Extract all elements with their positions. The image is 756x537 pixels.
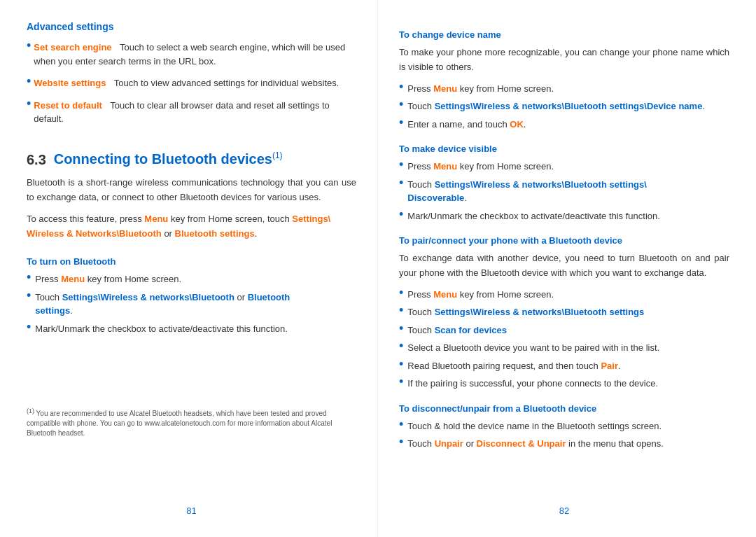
left-column: Advanced settings • Set search engine To… <box>0 0 378 537</box>
right-column: To change device name To make your phone… <box>378 0 756 537</box>
du-bullet-2: • Touch Unpair or Disconnect & Unpair in… <box>399 437 729 451</box>
bt-bullet-text-2: Touch Settings\Wireless & networks\Bluet… <box>35 291 290 318</box>
pc-bullet-5: • Read Bluetooth pairing request, and th… <box>399 359 729 373</box>
chapter-heading: 6.3 Connecting to Bluetooth devices(1) <box>27 151 356 168</box>
pc-bullet-4: • Select a Bluetooth device you want to … <box>399 341 729 355</box>
bluetooth-settings-bold: Bluetooth settings <box>175 228 255 239</box>
dv-bullet-1: • Press Menu key from Home screen. <box>399 160 729 174</box>
change-name-title: To change device name <box>399 29 729 40</box>
bt-bullet-icon-3: • <box>27 321 31 333</box>
du-bullet-icon-2: • <box>399 435 403 448</box>
pc-bullet-icon-3: • <box>399 322 403 335</box>
cn-bullet-text-3: Enter a name, and touch OK. <box>407 118 526 132</box>
pc-bullet-icon-6: • <box>399 375 403 388</box>
cn-bullet-icon-3: • <box>399 116 403 129</box>
bt-bullet-3: • Mark/Unmark the checkbox to activate/d… <box>27 322 356 336</box>
cn-bullet-icon-1: • <box>399 81 403 93</box>
wireless-bold: Wireless & Networks\Bluetooth <box>27 228 162 239</box>
bullet-reset: • <box>27 97 31 110</box>
footnote: (1) You are recommended to use Alcatel B… <box>27 400 356 438</box>
pc-bullet-text-3: Touch Scan for devices <box>407 323 507 337</box>
dv-bullet-icon-3: • <box>399 208 403 221</box>
du-bullet-text-2: Touch Unpair or Disconnect & Unpair in t… <box>407 437 664 451</box>
dv-bullet-2: • Touch Settings\Wireless & networks\Blu… <box>399 178 729 205</box>
bt-bullet-text-1: Press Menu key from Home screen. <box>35 272 181 286</box>
turn-on-bluetooth-title: To turn on Bluetooth <box>27 256 356 267</box>
pc-bullet-icon-4: • <box>399 340 403 352</box>
dv-bullet-text-3: Mark/Unmark the checkbox to activate/dea… <box>407 209 660 223</box>
cn-bullet-icon-2: • <box>399 98 403 111</box>
bullet-search-engine: • <box>27 39 31 52</box>
pc-bullet-6: • If the pairing is successful, your pho… <box>399 377 729 391</box>
dv-bullet-icon-2: • <box>399 176 403 189</box>
cn-bullet-text-1: Press Menu key from Home screen. <box>407 82 554 96</box>
setting-website: • Website settings Touch to view advance… <box>27 76 356 90</box>
du-bullet-1: • Touch & hold the device name in the Bl… <box>399 419 729 433</box>
pc-bullet-text-6: If the pairing is successful, your phone… <box>407 377 658 391</box>
dv-bullet-text-2: Touch Settings\Wireless & networks\Bluet… <box>407 178 647 205</box>
pair-title: To pair/connect your phone with a Blueto… <box>399 235 729 246</box>
change-name-intro: To make your phone more recognizable, yo… <box>399 46 729 75</box>
bt-bullet-2: • Touch Settings\Wireless & networks\Blu… <box>27 291 356 318</box>
dv-bullet-3: • Mark/Unmark the checkbox to activate/d… <box>399 209 729 223</box>
pc-bullet-text-1: Press Menu key from Home screen. <box>407 288 554 302</box>
chapter-number: 6.3 <box>27 151 46 167</box>
advanced-settings-title: Advanced settings <box>27 21 356 32</box>
bluetooth-intro1: Bluetooth is a short-range wireless comm… <box>27 176 356 205</box>
pair-intro: To exchange data with another device, yo… <box>399 251 729 281</box>
chapter-title: Connecting to Bluetooth devices(1) <box>54 151 283 167</box>
cn-bullet-3: • Enter a name, and touch OK. <box>399 118 729 132</box>
footnote-sup: (1) <box>27 407 34 414</box>
bullet-website: • <box>27 75 31 88</box>
du-bullet-icon-1: • <box>399 418 403 431</box>
bt-bullet-1: • Press Menu key from Home screen. <box>27 272 356 286</box>
pc-bullet-icon-5: • <box>399 358 403 370</box>
cn-bullet-2: • Touch Settings\Wireless & networks\Blu… <box>399 99 729 113</box>
right-page-number: 82 <box>399 498 729 516</box>
cn-bullet-1: • Press Menu key from Home screen. <box>399 82 729 96</box>
label-search-engine: Set search engine <box>34 42 111 53</box>
bt-bullet-icon-2: • <box>27 289 31 302</box>
pc-bullet-text-5: Read Bluetooth pairing request, and then… <box>407 359 620 373</box>
menu-bold: Menu <box>144 214 168 224</box>
pc-bullet-text-2: Touch Settings\Wireless & networks\Bluet… <box>407 305 644 319</box>
page: Advanced settings • Set search engine To… <box>0 0 756 537</box>
pc-bullet-icon-2: • <box>399 304 403 316</box>
label-reset: Reset to default <box>34 100 102 111</box>
pc-bullet-icon-1: • <box>399 286 403 299</box>
disconnect-title: To disconnect/unpair from a Bluetooth de… <box>399 403 729 414</box>
cn-bullet-text-2: Touch Settings\Wireless & networks\Bluet… <box>407 99 705 113</box>
bt-bullet-icon-1: • <box>27 271 31 284</box>
settings-bold: Settings\ <box>292 214 330 224</box>
du-bullet-text-1: Touch & hold the device name in the Blue… <box>407 419 662 433</box>
pc-bullet-1: • Press Menu key from Home screen. <box>399 288 729 302</box>
dv-bullet-text-1: Press Menu key from Home screen. <box>407 160 554 174</box>
dv-bullet-icon-1: • <box>399 158 403 171</box>
left-page-number: 81 <box>27 498 356 516</box>
chapter-super: (1) <box>272 151 283 161</box>
bluetooth-intro2: To access this feature, press Menu key f… <box>27 212 356 242</box>
label-website: Website settings <box>34 78 106 88</box>
pc-bullet-2: • Touch Settings\Wireless & networks\Blu… <box>399 305 729 319</box>
pc-bullet-text-4: Select a Bluetooth device you want to be… <box>407 341 659 355</box>
pc-bullet-3: • Touch Scan for devices <box>399 323 729 337</box>
setting-reset: • Reset to default Touch to clear all br… <box>27 99 356 126</box>
device-visible-title: To make device visible <box>399 144 729 154</box>
setting-search-engine: • Set search engine Touch to select a we… <box>27 41 356 68</box>
footnote-text: You are recommended to use Alcatel Bluet… <box>27 410 332 437</box>
bt-bullet-text-3: Mark/Unmark the checkbox to activate/dea… <box>35 322 288 336</box>
desc-website: Touch to view advanced settings for indi… <box>114 78 340 88</box>
